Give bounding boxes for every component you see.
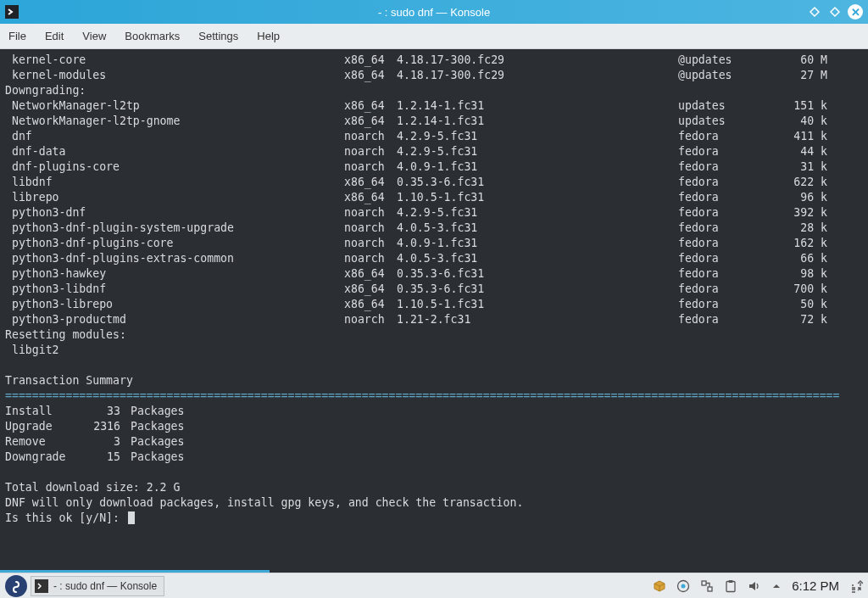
package-row: python3-dnfnoarch4.2.9-5.fc31fedora392 k bbox=[5, 205, 863, 221]
summary-header: Transaction Summary bbox=[5, 373, 863, 388]
volume-icon[interactable] bbox=[748, 579, 761, 593]
update-icon[interactable] bbox=[676, 579, 690, 593]
svg-rect-6 bbox=[726, 581, 735, 591]
menu-file[interactable]: File bbox=[8, 30, 26, 42]
maximize-button[interactable] bbox=[827, 4, 843, 20]
dnf-note: DNF will only download packages, install… bbox=[5, 495, 863, 511]
window-title: - : sudo dnf — Konsole bbox=[378, 6, 490, 19]
total-download-size: Total download size: 2.2 G bbox=[5, 480, 863, 495]
app-icon bbox=[5, 5, 19, 19]
arrow-up-icon[interactable] bbox=[771, 581, 782, 591]
downgrade-header: Downgrading: bbox=[5, 83, 863, 98]
window-titlebar: - : sudo dnf — Konsole ✕ bbox=[0, 0, 868, 24]
network-icon[interactable] bbox=[700, 579, 714, 593]
cursor bbox=[128, 511, 135, 524]
package-row: python3-productmdnoarch1.21-2.fc31fedora… bbox=[5, 312, 863, 327]
package-icon[interactable] bbox=[653, 579, 666, 593]
terminal-icon bbox=[35, 579, 48, 593]
summary-row: Upgrade2316 Packages bbox=[5, 419, 863, 434]
svg-rect-7 bbox=[729, 580, 733, 583]
package-row: librepox86_641.10.5-1.fc31fedora96 k bbox=[5, 190, 863, 205]
package-row: kernel-modulesx86_644.18.17-300.fc29@upd… bbox=[5, 68, 863, 83]
clock[interactable]: 6:12 PM bbox=[792, 578, 839, 593]
package-row: libdnfx86_640.35.3-6.fc31fedora622 k bbox=[5, 175, 863, 190]
summary-row: Install33 Packages bbox=[5, 404, 863, 419]
menu-view[interactable]: View bbox=[82, 30, 106, 42]
terminal-output[interactable]: kernel-corex86_644.18.17-300.fc29@update… bbox=[0, 49, 868, 573]
show-desktop-icon[interactable] bbox=[849, 579, 863, 593]
reset-module: libgit2 bbox=[5, 343, 863, 358]
package-row: dnf-datanoarch4.2.9-5.fc31fedora44 k bbox=[5, 144, 863, 159]
summary-row: Remove3 Packages bbox=[5, 434, 863, 450]
clipboard-icon[interactable] bbox=[724, 579, 737, 593]
start-button[interactable] bbox=[5, 575, 27, 597]
package-row: NetworkManager-l2tpx86_641.2.14-1.fc31up… bbox=[5, 98, 863, 114]
package-row: dnf-plugins-corenoarch4.0.9-1.fc31fedora… bbox=[5, 159, 863, 175]
package-row: python3-dnf-plugin-system-upgradenoarch4… bbox=[5, 221, 863, 236]
close-button[interactable]: ✕ bbox=[848, 4, 863, 20]
package-row: python3-dnf-plugins-extras-commonnoarch4… bbox=[5, 251, 863, 266]
blank-line bbox=[5, 358, 863, 373]
package-row: kernel-corex86_644.18.17-300.fc29@update… bbox=[5, 53, 863, 68]
summary-row: Downgrade15 Packages bbox=[5, 450, 863, 465]
taskbar-app-title: - : sudo dnf — Konsole bbox=[53, 580, 157, 592]
taskbar-app-konsole[interactable]: - : sudo dnf — Konsole bbox=[31, 576, 164, 596]
package-row: python3-dnf-plugins-corenoarch4.0.9-1.fc… bbox=[5, 236, 863, 251]
blank-line bbox=[5, 465, 863, 480]
svg-rect-4 bbox=[702, 581, 706, 585]
package-row: dnfnoarch4.2.9-5.fc31fedora411 k bbox=[5, 129, 863, 144]
reset-header: Resetting modules: bbox=[5, 327, 863, 343]
system-tray: 6:12 PM bbox=[653, 578, 863, 593]
menu-edit[interactable]: Edit bbox=[45, 30, 64, 42]
taskbar: - : sudo dnf — Konsole 6:12 PM bbox=[0, 573, 868, 598]
svg-rect-5 bbox=[708, 587, 712, 591]
menu-settings[interactable]: Settings bbox=[198, 30, 238, 42]
package-row: NetworkManager-l2tp-gnomex86_641.2.14-1.… bbox=[5, 114, 863, 129]
menu-help[interactable]: Help bbox=[257, 30, 280, 42]
package-row: python3-hawkeyx86_640.35.3-6.fc31fedora9… bbox=[5, 266, 863, 282]
minimize-button[interactable] bbox=[807, 4, 822, 20]
package-row: python3-libdnfx86_640.35.3-6.fc31fedora7… bbox=[5, 282, 863, 297]
menu-bookmarks[interactable]: Bookmarks bbox=[125, 30, 180, 42]
menubar: File Edit View Bookmarks Settings Help bbox=[0, 24, 868, 49]
svg-point-3 bbox=[682, 584, 686, 588]
confirm-prompt[interactable]: Is this ok [y/N]: bbox=[5, 511, 863, 526]
package-row: python3-librepox86_641.10.5-1.fc31fedora… bbox=[5, 297, 863, 312]
summary-rule: ========================================… bbox=[5, 388, 863, 404]
